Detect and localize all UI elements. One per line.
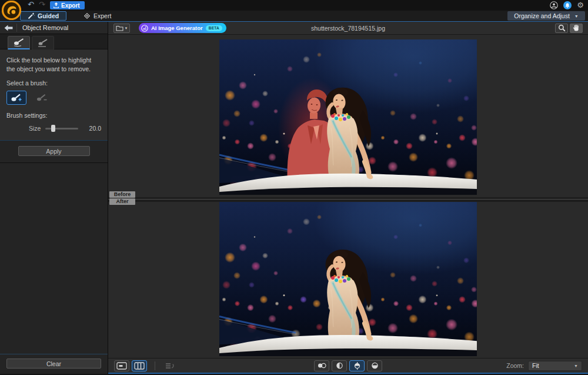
organize-and-adjust-dropdown[interactable]: Organize and Adjust ▼ [507,11,585,21]
size-label: Size [29,125,41,132]
magnifier-icon [558,24,566,32]
size-slider-track[interactable] [45,128,78,130]
beta-badge: BETA [206,25,222,31]
clear-section: Clear [0,354,108,374]
before-label[interactable]: Before [109,191,135,198]
split-view-button[interactable] [132,360,147,371]
folder-icon [116,25,123,31]
stack-arrow-icon [165,362,175,370]
viewer: ▼ AI Image Generator BETA shutterstock_7… [108,22,588,374]
undo-button[interactable]: ↶ [28,0,34,9]
back-button[interactable] [0,25,16,31]
panel-header: Object Removal [0,22,108,34]
size-value: 20.0 [86,125,101,132]
apply-section: Apply [0,141,108,163]
line-brush-icon [37,39,49,48]
toolbar-separator [155,361,155,370]
zoom-label: Zoom: [506,362,524,369]
tab-smart-brush[interactable] [8,36,30,49]
mode-tabbar: Guided Expert Organize and Adjust ▼ [0,11,588,22]
zoom-level-dropdown[interactable]: Fit ▼ [528,361,582,371]
smart-brush-icon [13,38,25,47]
tab-expert-label: Expert [93,12,111,19]
tab-line-brush[interactable] [32,36,54,49]
brush-mode-tabs [0,34,108,49]
two-circles-icon [318,362,326,369]
chevron-down-icon: ▼ [574,364,578,368]
select-brush-label: Select a brush: [6,79,101,87]
magic-wand-icon [28,12,35,19]
size-slider[interactable] [45,125,78,132]
after-label[interactable]: After [109,198,135,205]
chevron-down-icon: ▼ [574,14,579,18]
canvas-area: Before After [108,35,588,358]
notifications-icon[interactable] [563,1,572,9]
ai-button-label: AI Image Generator [151,25,203,31]
remove-brush-button[interactable] [32,91,52,105]
account-icon[interactable] [550,1,558,9]
open-file-button[interactable]: ▼ [113,24,130,33]
apply-button[interactable]: Apply [18,146,90,156]
ai-image-generator-button[interactable]: AI Image Generator BETA [139,23,226,33]
viewer-toolbar: Zoom: Fit ▼ [108,358,588,374]
app-logo-icon[interactable] [2,1,21,20]
tab-guided-label: Guided [38,12,59,19]
brush-add-icon [10,93,23,103]
titlebar: ↶ ↷ Export ⚙ [0,0,588,11]
size-slider-thumb[interactable] [51,125,55,132]
add-brush-button[interactable] [6,91,26,105]
brush-remove-icon [35,93,48,103]
redo-button[interactable]: ↷ [39,0,45,9]
panel-body: Click the tool below to highlight the ob… [0,49,108,141]
gem-icon [83,12,91,19]
zoom-value: Fit [532,362,574,369]
single-view-button[interactable] [114,360,129,371]
zoom-tool-button[interactable] [555,24,568,33]
ai-image-icon [141,25,148,32]
send-to-expert-button[interactable] [163,360,177,371]
split-view-icon [134,362,145,370]
hand-icon [573,24,580,32]
object-removal-panel: Object Removal Click the tool below to h… [0,22,108,374]
clear-button[interactable]: Clear [6,359,101,369]
after-image-canvas [219,202,477,356]
organize-label: Organize and Adjust [514,12,570,19]
before-image-canvas[interactable] [219,39,477,195]
viewer-topbar: ▼ AI Image Generator BETA shutterstock_7… [108,22,588,35]
instruction-text: Click the tool below to highlight the ob… [6,56,101,73]
pane-divider[interactable] [108,197,588,202]
tab-expert[interactable]: Expert [79,11,116,21]
brush-size-row: Size 20.0 [6,125,101,132]
compare-overlay-button[interactable] [367,360,382,371]
panel-title: Object Removal [17,24,68,31]
layered-circle-icon [371,362,379,369]
export-button[interactable]: Export [50,1,85,9]
half-circle-horizontal-icon [353,362,361,370]
upload-icon [54,2,59,8]
half-circle-vertical-icon [336,362,343,369]
export-label: Export [61,2,80,9]
pan-tool-button[interactable] [570,24,583,33]
chevron-down-icon: ▼ [125,26,128,30]
compare-mode-group [314,360,382,371]
compare-side-by-side-button[interactable] [314,360,329,371]
compare-split-horizontal-button[interactable] [349,360,365,371]
brush-settings-label: Brush settings: [6,112,101,119]
single-view-icon [116,362,127,370]
compare-split-vertical-button[interactable] [332,360,347,371]
settings-gear-icon[interactable]: ⚙ [577,1,584,9]
tab-guided[interactable]: Guided [20,11,66,21]
panel-empty-area [0,163,108,354]
back-arrow-icon [4,25,13,31]
